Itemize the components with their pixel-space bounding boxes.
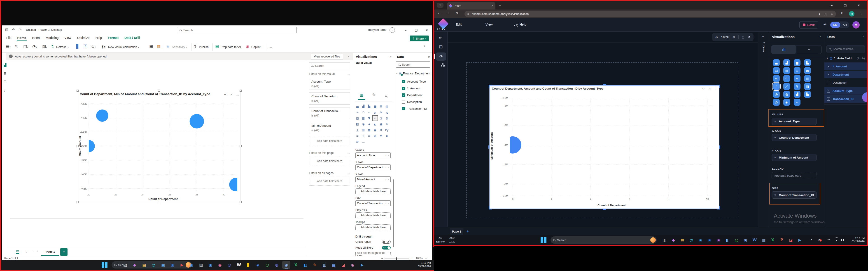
visual-type-icon[interactable]: ◨	[804, 83, 811, 90]
visual-type-icon[interactable]: …	[361, 139, 366, 144]
taskbar-icon-outlook[interactable]: ▣	[168, 261, 177, 269]
filters-strip[interactable]: » Filters	[758, 32, 769, 227]
taskbar-icon-outlook[interactable]: ▣	[706, 236, 714, 244]
field-department[interactable]: ✓Department	[824, 71, 867, 78]
menu-file[interactable]: File	[3, 35, 14, 42]
zoom-in-icon[interactable]: +	[411, 257, 413, 260]
menu-help[interactable]: ?Help	[515, 23, 526, 27]
copilot-label[interactable]: Copilot	[251, 45, 260, 49]
drill-through-dropzone[interactable]: Add drill-through fields here	[355, 252, 391, 256]
share-button[interactable]: ↑ Share ∨	[410, 35, 429, 42]
visual-type-icon[interactable]: ◈	[367, 121, 372, 127]
collapse-pane-icon[interactable]: »	[390, 55, 392, 59]
install-app-icon[interactable]: ↧	[818, 12, 820, 16]
refresh-icon[interactable]: ↻	[51, 45, 55, 48]
well-values[interactable]: ∨Account_Type	[772, 118, 817, 125]
visual-type-icon[interactable]: ◔	[378, 115, 384, 121]
visual-type-icon[interactable]: ≡	[355, 133, 360, 138]
taskbar-icon-outlook-classic[interactable]: ▣	[187, 261, 195, 269]
columns-search-input[interactable]: Search columns...	[827, 45, 865, 53]
visual-type-icon[interactable]: ≈	[794, 99, 801, 106]
visual-type-icon[interactable]: ▪	[384, 133, 390, 138]
visual-type-icon[interactable]: ▙	[804, 59, 811, 66]
prism-logo[interactable]: PRISM	[436, 18, 450, 32]
taskbar-icon-teams[interactable]: ◍	[273, 261, 281, 269]
menu-home[interactable]: Home	[14, 35, 29, 42]
browser-menu-icon[interactable]: ⋮	[860, 11, 863, 15]
new-page-button[interactable]: +	[60, 248, 67, 255]
field-description[interactable]: Description	[824, 79, 867, 86]
get-data-icon[interactable]: ◫∨	[23, 45, 28, 48]
taskbar-icon-excel[interactable]: X	[769, 236, 777, 244]
hierarchy-icon[interactable]	[438, 63, 443, 69]
zoom-out-icon[interactable]: –	[381, 257, 383, 260]
well-size[interactable]: ∨Count of Transaction_ID	[772, 191, 817, 199]
mobile-layout-icon[interactable]: ▯	[26, 249, 27, 252]
visual-type-icon[interactable]: ◠	[783, 75, 790, 82]
visual-type-icon[interactable]: ▙	[367, 104, 372, 109]
taskbar-icon-edge[interactable]: ◔	[687, 236, 695, 244]
model-view-icon[interactable]: ◫	[3, 80, 7, 84]
visual-type-icon[interactable]: ◉	[361, 121, 366, 127]
well-legend[interactable]: Add data fields here	[355, 188, 391, 194]
site-settings-icon[interactable]: ≋	[467, 13, 469, 16]
visual-type-icon[interactable]: ∝	[361, 133, 366, 138]
ribbon-more-icon[interactable]: …	[269, 45, 272, 49]
new-visual-icon[interactable]: ▊	[76, 45, 79, 48]
visual-type-icon[interactable]: ◠	[361, 109, 366, 115]
taskbar-icon-media-player[interactable]: ▶	[796, 236, 804, 244]
avatar[interactable]: ◦	[390, 27, 395, 33]
table-view-icon[interactable]: ▦	[3, 72, 7, 76]
menu-data-drill[interactable]: Data / Drill	[122, 35, 143, 42]
visual-type-icon[interactable]: ∿	[355, 109, 360, 115]
well-size[interactable]: Count of Transaction_ID∨ ×	[355, 200, 391, 206]
visual-type-icon[interactable]: ▆	[372, 104, 378, 109]
zoom-in-icon[interactable]: ⊕	[733, 35, 735, 39]
dashboard-icon[interactable]: ◫	[438, 45, 443, 50]
collapse-pane-icon[interactable]: »	[428, 55, 430, 59]
table-node[interactable]: ∨ ▤ 1. Auto Field (5 cols)	[827, 57, 865, 60]
filters-search-input[interactable]: Search	[309, 62, 350, 69]
menu-edit[interactable]: Edit	[456, 23, 462, 26]
user-avatar[interactable]: M	[852, 21, 860, 28]
extensions-icon[interactable]: ❖	[840, 11, 843, 15]
password-key-icon[interactable]	[825, 13, 827, 15]
visual-type-icon[interactable]: ↯	[794, 83, 801, 90]
taskbar-icon-photos[interactable]: ◧	[723, 236, 732, 244]
restore-button[interactable]: ▢	[840, 1, 850, 9]
visual-type-icon[interactable]: ▧	[372, 133, 378, 138]
taskbar-icon-notepad-classic[interactable]: ▥	[197, 261, 205, 269]
canvas-area[interactable]: ⊖ 100% ⊕ ▢ ↺ Count of Department, Amount…	[447, 32, 758, 227]
prep-data-label[interactable]: Prep data for AI	[221, 45, 241, 49]
well-x-axis[interactable]: Count of Department∨ ×	[355, 164, 391, 170]
filter-card[interactable]: Min of Amountis (All)	[309, 122, 350, 134]
prayer-countdown-widget[interactable]: After02:20	[449, 236, 455, 243]
section-more-icon[interactable]: …	[347, 151, 350, 155]
visual-type-icon[interactable]: ◬	[355, 127, 360, 133]
tab-charts[interactable]	[771, 46, 797, 54]
refresh-label[interactable]: Refresh ∨	[56, 45, 69, 49]
taskbar-icon-m365-copilot[interactable]: ◆	[130, 261, 138, 269]
taskbar-icon-microsoft-store[interactable]: ▣	[159, 261, 167, 269]
fit-to-page-icon[interactable]: ▭	[425, 257, 427, 260]
well-tooltips[interactable]: Add data fields here	[355, 224, 391, 230]
language-toggle[interactable]: EN AR	[830, 22, 849, 28]
scatter-visual[interactable]: Count of Department, Amount and Count of…	[490, 85, 719, 209]
chevron-down-icon[interactable]: ∨	[827, 57, 828, 59]
zoom-level[interactable]: 103%	[416, 257, 423, 260]
filter-card[interactable]: Count of Transactio...is (All)	[309, 107, 350, 119]
well-legend[interactable]: Add data fields here	[772, 172, 817, 179]
visual-type-icon[interactable]: ♦	[378, 133, 384, 138]
taskbar-icon-microsoft-store[interactable]: ▣	[696, 236, 705, 244]
report-canvas[interactable]: Count of Department, Min of Amount and C…	[8, 60, 306, 247]
well-y-axis[interactable]: Min of Amount∨ ×	[355, 177, 391, 182]
back-icon[interactable]: ←	[438, 11, 441, 15]
visual-type-icon[interactable]: ▣	[372, 127, 378, 133]
taskbar-icon-onenote[interactable]: ▣	[714, 236, 722, 244]
wifi-icon[interactable]	[835, 238, 839, 241]
taskbar-icon-paint[interactable]: ✎	[311, 261, 319, 269]
publish-icon[interactable]: ⇧	[193, 45, 197, 48]
taskbar-icon-outlook-new[interactable]: ▣	[207, 261, 215, 269]
field-amount[interactable]: ✓ΣAmount	[824, 62, 867, 70]
theme-sun-icon[interactable]: ☀	[823, 23, 827, 26]
